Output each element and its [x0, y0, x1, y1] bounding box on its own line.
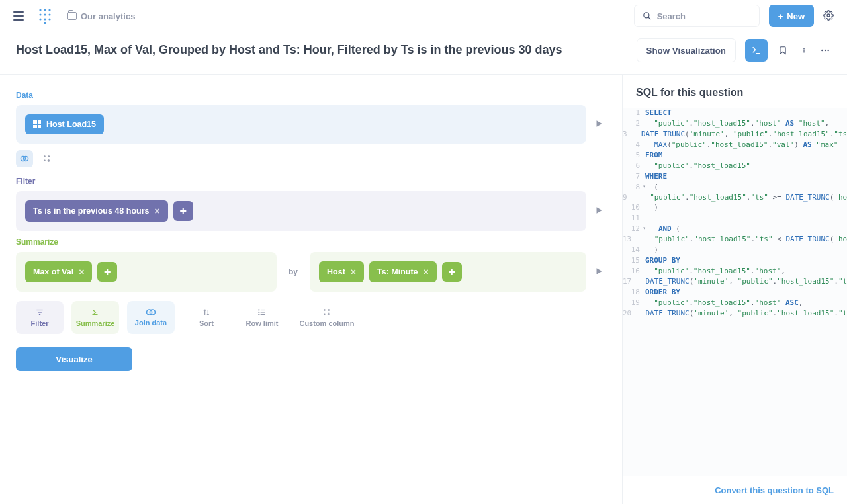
main: Data Host Load15 Filter	[0, 75, 847, 504]
svg-point-9	[44, 22, 46, 24]
info-icon	[799, 45, 809, 56]
svg-point-37	[259, 314, 259, 315]
titlebar: Host Load15, Max of Val, Grouped by Host…	[0, 32, 847, 75]
custom-column-icon-button[interactable]	[38, 150, 56, 167]
action-label: Sort	[199, 319, 214, 327]
play-icon	[594, 206, 603, 215]
svg-line-11	[648, 17, 650, 20]
action-grid: Filter Summarize Join data Sort Row limi…	[16, 301, 606, 334]
info-button[interactable]	[798, 44, 810, 56]
settings-button[interactable]	[823, 10, 834, 22]
svg-point-18	[827, 50, 828, 51]
data-block: Host Load15	[16, 105, 586, 144]
logo-icon	[38, 8, 52, 24]
bookmark-icon	[778, 45, 787, 56]
svg-point-38	[324, 310, 325, 310]
svg-point-6	[39, 18, 41, 20]
plus-icon: +	[778, 11, 783, 21]
sort-icon	[202, 308, 211, 317]
svg-point-12	[827, 14, 830, 17]
summarize-groupby-block: Host × Ts: Minute × +	[310, 252, 586, 292]
menu-icon[interactable]	[13, 11, 24, 21]
svg-point-1	[44, 9, 46, 11]
action-filter[interactable]: Filter	[16, 301, 64, 334]
svg-point-22	[44, 156, 45, 157]
sql-panel-title: SQL for this question	[623, 75, 847, 108]
svg-point-36	[259, 312, 259, 312]
close-icon[interactable]: ×	[424, 267, 429, 277]
sparkle-icon	[42, 154, 52, 163]
breadcrumb-label: Our analytics	[81, 11, 135, 21]
add-group-button[interactable]: +	[442, 262, 462, 282]
svg-point-24	[44, 160, 45, 161]
svg-point-8	[48, 18, 50, 20]
svg-point-5	[48, 13, 50, 15]
sparkle-icon	[322, 308, 332, 317]
action-label: Filter	[31, 319, 49, 327]
visualize-button[interactable]: Visualize	[16, 347, 132, 371]
page-title: Host Load15, Max of Val, Grouped by Host…	[16, 42, 637, 58]
search-icon	[643, 11, 652, 21]
action-custom-column[interactable]: Custom column	[294, 301, 360, 334]
action-join[interactable]: Join data	[127, 301, 175, 334]
data-run-button[interactable]	[594, 119, 606, 130]
list-icon	[257, 308, 267, 317]
metric-chip[interactable]: Max of Val ×	[25, 261, 92, 282]
svg-point-17	[825, 50, 826, 51]
data-source-label: Host Load15	[46, 120, 96, 129]
search-input[interactable]: Search	[634, 5, 760, 27]
group-chip-host[interactable]: Host ×	[319, 261, 364, 282]
svg-point-7	[44, 18, 46, 20]
folder-icon	[67, 12, 77, 20]
show-visualization-button[interactable]: Show Visualization	[637, 38, 736, 62]
filter-section-label: Filter	[16, 177, 606, 186]
gear-icon	[823, 10, 834, 21]
more-button[interactable]	[819, 44, 831, 56]
by-label: by	[285, 267, 302, 276]
sigma-icon	[91, 308, 100, 317]
data-source-chip[interactable]: Host Load15	[25, 114, 104, 134]
sql-footer: Convert this question to SQL	[623, 476, 847, 504]
convert-to-sql-link[interactable]: Convert this question to SQL	[715, 485, 834, 495]
breadcrumb[interactable]: Our analytics	[67, 11, 135, 21]
add-filter-button[interactable]: +	[173, 201, 193, 221]
query-builder: Data Host Load15 Filter	[0, 75, 622, 504]
svg-point-0	[39, 9, 41, 11]
filter-run-button[interactable]	[594, 206, 606, 217]
svg-marker-26	[597, 268, 602, 274]
new-button[interactable]: + New	[769, 5, 814, 27]
venn-icon	[146, 308, 156, 316]
action-sort[interactable]: Sort	[183, 301, 230, 334]
close-icon[interactable]: ×	[155, 206, 160, 216]
search-placeholder: Search	[657, 11, 686, 21]
play-icon	[594, 119, 603, 128]
logo[interactable]	[38, 8, 52, 24]
svg-point-35	[259, 310, 259, 310]
svg-point-10	[643, 13, 648, 18]
close-icon[interactable]: ×	[351, 267, 356, 277]
group-chip-ts[interactable]: Ts: Minute ×	[369, 261, 437, 282]
table-icon	[33, 120, 41, 128]
close-icon[interactable]: ×	[79, 267, 84, 277]
data-section-label: Data	[16, 91, 606, 100]
action-summarize[interactable]: Summarize	[71, 301, 119, 334]
summarize-run-button[interactable]	[594, 267, 606, 278]
filter-block: Ts is in the previous 48 hours × +	[16, 191, 586, 231]
join-toggle-icon[interactable]	[16, 150, 33, 167]
svg-point-14	[804, 48, 805, 49]
svg-point-40	[324, 314, 325, 314]
action-rowlimit[interactable]: Row limit	[238, 301, 286, 334]
svg-marker-19	[597, 120, 602, 126]
bookmark-button[interactable]	[777, 44, 789, 56]
topbar: Our analytics Search + New	[0, 0, 847, 32]
action-label: Summarize	[76, 319, 115, 327]
filter-chip[interactable]: Ts is in the previous 48 hours ×	[25, 200, 168, 222]
filter-chip-label: Ts is in the previous 48 hours	[33, 206, 150, 216]
sql-toggle-button[interactable]	[745, 39, 768, 62]
svg-marker-25	[597, 207, 602, 213]
summarize-section-label: Summarize	[16, 237, 606, 247]
sql-code-viewer: 1SELECT2 "public"."host_load15"."host" A…	[623, 108, 847, 476]
group-chip-label: Ts: Minute	[377, 267, 418, 276]
action-label: Join data	[135, 319, 167, 327]
add-metric-button[interactable]: +	[97, 262, 117, 282]
